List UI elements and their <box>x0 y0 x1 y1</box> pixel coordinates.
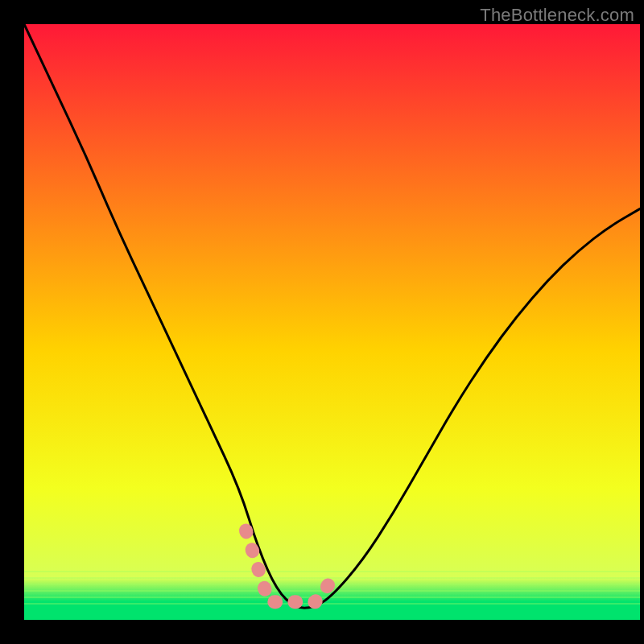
plot-background <box>24 24 640 620</box>
bottleneck-chart <box>0 0 644 644</box>
outer-frame: TheBottleneck.com <box>0 0 644 644</box>
attribution-label: TheBottleneck.com <box>480 5 634 26</box>
